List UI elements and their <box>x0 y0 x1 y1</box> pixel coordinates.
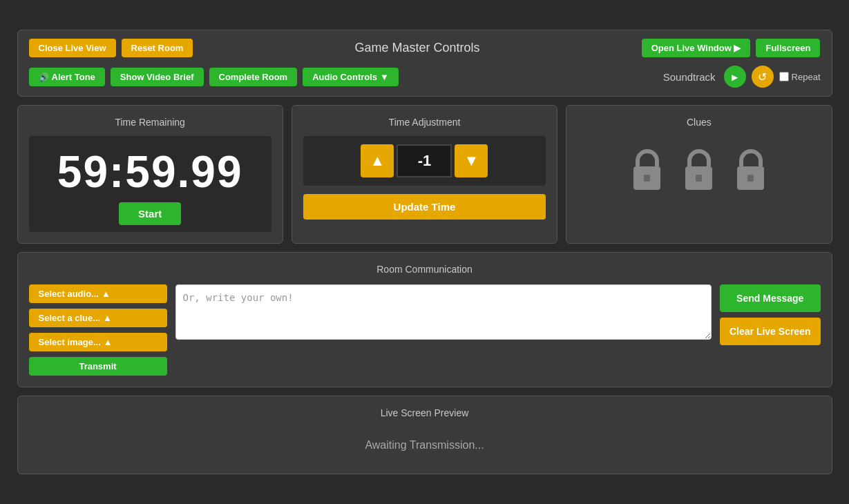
time-adj-controls: -1 <box>303 136 546 186</box>
select-audio-label: Select audio... <box>39 289 99 299</box>
room-comm-body: Select audio... ▲ Select a clue... ▲ Sel… <box>29 284 821 376</box>
complete-room-button[interactable]: Complete Room <box>209 68 298 86</box>
alert-tone-button[interactable]: Alert Tone <box>29 68 105 86</box>
room-comm-right: Send Message Clear Live Screen <box>720 284 821 376</box>
live-preview-title: Live Screen Preview <box>29 407 821 418</box>
clue-arrow-up-icon: ▲ <box>103 313 112 323</box>
arrow-down-icon <box>464 152 479 170</box>
lock-icon-1 <box>628 147 666 200</box>
timer-value: 59:59.99 <box>36 150 265 194</box>
audio-controls-label: Audio Controls <box>312 72 377 82</box>
lock-icon-3 <box>732 147 770 200</box>
speaker-icon <box>39 72 49 82</box>
top-bar: Close Live View Reset Room Game Master C… <box>17 30 832 97</box>
time-adjustment-panel: Time Adjustment -1 Update Time <box>292 105 557 244</box>
select-clue-label: Select a clue... <box>39 313 101 323</box>
refresh-icon <box>758 70 767 84</box>
top-bar-left-buttons: Close Live View Reset Room <box>29 39 193 57</box>
time-adjustment-title: Time Adjustment <box>303 117 546 128</box>
alert-tone-label: Alert Tone <box>52 72 95 82</box>
clues-area <box>578 136 820 211</box>
select-audio-button[interactable]: Select audio... ▲ <box>29 284 167 303</box>
update-time-button[interactable]: Update Time <box>303 194 546 220</box>
send-message-button[interactable]: Send Message <box>720 284 821 312</box>
room-communication-panel: Room Communication Select audio... ▲ Sel… <box>17 252 832 387</box>
live-preview-body: Awaiting Transmission... <box>29 428 821 463</box>
lock-icon-2 <box>680 147 718 200</box>
room-comm-title: Room Communication <box>29 264 821 275</box>
transmit-button[interactable]: Transmit <box>29 357 167 376</box>
svg-rect-5 <box>747 175 754 182</box>
clues-panel: Clues <box>566 105 832 244</box>
svg-rect-1 <box>644 175 650 182</box>
main-grid: Time Remaining 59:59.99 Start Time Adjus… <box>17 105 832 244</box>
soundtrack-area: Soundtrack Repeat <box>663 66 821 88</box>
start-button[interactable]: Start <box>119 202 181 225</box>
room-comm-left: Select audio... ▲ Select a clue... ▲ Sel… <box>29 284 167 376</box>
time-adj-value: -1 <box>397 144 452 177</box>
show-video-brief-button[interactable]: Show Video Brief <box>111 68 204 86</box>
page-title: Game Master Controls <box>355 41 480 55</box>
top-bar-row2: Alert Tone Show Video Brief Complete Roo… <box>29 66 821 88</box>
soundtrack-label: Soundtrack <box>663 71 716 83</box>
image-arrow-up-icon: ▲ <box>104 337 113 347</box>
top-bar-row1: Close Live View Reset Room Game Master C… <box>29 39 821 57</box>
select-image-button[interactable]: Select image... ▲ <box>29 333 167 351</box>
select-clue-button[interactable]: Select a clue... ▲ <box>29 309 167 327</box>
toolbar-buttons: Alert Tone Show Video Brief Complete Roo… <box>29 68 399 86</box>
live-preview-panel: Live Screen Preview Awaiting Transmissio… <box>17 396 832 474</box>
fullscreen-button[interactable]: Fullscreen <box>756 39 820 57</box>
clear-live-screen-button[interactable]: Clear Live Screen <box>720 318 821 345</box>
play-icon <box>732 71 738 82</box>
repeat-label: Repeat <box>792 72 821 82</box>
arrow-up-icon <box>370 152 385 170</box>
timer-display: 59:59.99 Start <box>29 136 271 232</box>
soundtrack-play-button[interactable] <box>724 66 746 88</box>
timer-title: Time Remaining <box>29 117 271 128</box>
audio-controls-button[interactable]: Audio Controls ▼ <box>303 68 399 86</box>
time-decrement-button[interactable] <box>455 144 488 177</box>
select-image-label: Select image... <box>39 337 101 347</box>
svg-rect-3 <box>696 175 702 182</box>
repeat-checkbox[interactable] <box>779 72 789 81</box>
top-bar-right-buttons: Open Live Window ▶ Fullscreen <box>642 39 821 57</box>
repeat-area: Repeat <box>779 72 821 82</box>
chevron-down-icon: ▼ <box>380 72 389 82</box>
close-live-view-button[interactable]: Close Live View <box>29 39 116 57</box>
audio-arrow-up-icon: ▲ <box>102 289 111 299</box>
reset-room-button[interactable]: Reset Room <box>122 39 193 57</box>
open-live-window-button[interactable]: Open Live Window ▶ <box>642 39 751 57</box>
soundtrack-refresh-button[interactable] <box>752 66 774 88</box>
clues-title: Clues <box>578 117 820 128</box>
time-increment-button[interactable] <box>361 144 394 177</box>
message-input[interactable] <box>175 284 712 340</box>
timer-panel: Time Remaining 59:59.99 Start <box>17 105 283 244</box>
